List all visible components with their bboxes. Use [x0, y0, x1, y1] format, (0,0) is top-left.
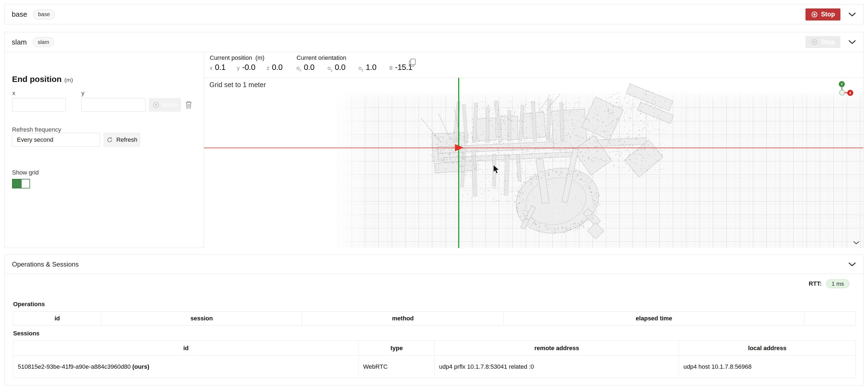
- col-elapsed-time: elapsed time: [504, 311, 804, 326]
- refresh-button-label: Refresh: [116, 136, 137, 143]
- session-local-cell: udp4 host 10.1.7.8:56968: [679, 356, 856, 378]
- col-method: method: [302, 311, 504, 326]
- slam-card-title: slam: [12, 38, 27, 47]
- delete-end-position-button[interactable]: [185, 100, 192, 109]
- sessions-table: id type remote address local address 510…: [13, 340, 856, 378]
- chevron-down-icon: [848, 12, 856, 17]
- operations-header-row: id session method elapsed time: [13, 311, 856, 326]
- slam-collapse-chevron[interactable]: [848, 39, 856, 44]
- pose-readout-row: Current position(m) x0.1 y-0.0 z0.0 Curr…: [204, 52, 863, 78]
- slam-map-viewport[interactable]: Grid set to 1 meter Y X: [204, 78, 863, 248]
- slam-stop-label: Stop: [821, 38, 835, 46]
- col-id: id: [13, 311, 101, 326]
- sessions-table-label: Sessions: [13, 330, 855, 337]
- slam-card-header: slam slam Stop: [5, 32, 863, 52]
- position-y-value: -0.0: [242, 63, 255, 72]
- show-grid-label: Show grid: [12, 169, 39, 176]
- col-type: type: [359, 341, 435, 356]
- map-x-axis-line: [204, 148, 863, 148]
- axes-gizmo[interactable]: Y X: [835, 80, 856, 100]
- refresh-frequency-select[interactable]: Every second: [12, 133, 100, 147]
- grid-scale-note: Grid set to 1 meter: [210, 81, 266, 89]
- refresh-frequency-value: Every second: [17, 136, 53, 143]
- rtt-row: RTT: 1 ms: [13, 278, 855, 289]
- slam-stop-button[interactable]: Stop: [805, 36, 840, 48]
- sessions-header-row: id type remote address local address: [13, 341, 856, 356]
- map-grid: [327, 90, 863, 248]
- session-type-cell: WebRTC: [359, 356, 435, 378]
- rtt-label: RTT:: [809, 280, 822, 287]
- col-session: session: [101, 311, 302, 326]
- base-card-header: base base Stop: [5, 4, 863, 24]
- svg-text:X: X: [849, 91, 851, 95]
- end-position-heading: End position(m): [12, 74, 73, 84]
- toggle-knob: [21, 179, 30, 188]
- copy-pose-button[interactable]: [408, 58, 416, 67]
- operations-collapse-chevron[interactable]: [848, 262, 856, 267]
- map-y-axis-line: [458, 78, 459, 248]
- trash-icon: [185, 100, 192, 109]
- end-position-y-input[interactable]: [81, 98, 146, 112]
- chevron-down-icon: [848, 39, 856, 44]
- x-field-label: x: [12, 90, 15, 97]
- play-circle-icon: [152, 101, 159, 109]
- map-expand-chevron[interactable]: [853, 241, 860, 245]
- operations-sessions-header: Operations & Sessions: [5, 255, 863, 274]
- base-type-chip: base: [33, 9, 55, 20]
- orientation-ox-value: 0.0: [304, 63, 314, 72]
- refresh-frequency-label: Refresh frequency: [12, 126, 61, 133]
- operations-sessions-card: Operations & Sessions RTT: 1 ms Operatio…: [4, 254, 864, 386]
- refresh-button[interactable]: Refresh: [104, 133, 140, 147]
- stop-circle-icon: [811, 38, 818, 46]
- col-remote-address: remote address: [435, 341, 679, 356]
- slam-map-panel: Current position(m) x0.1 y-0.0 z0.0 Curr…: [204, 52, 863, 248]
- move-label: Move: [162, 101, 178, 109]
- operations-sessions-title: Operations & Sessions: [12, 261, 79, 268]
- end-position-title: End position: [12, 74, 62, 84]
- current-position-unit: (m): [255, 54, 264, 61]
- session-id-cell: 510815e2-93be-41f9-a90e-a884c3960d80(our…: [13, 356, 359, 378]
- slam-service-card: slam slam Stop: [4, 32, 864, 248]
- current-orientation-label: Current orientation: [297, 54, 346, 61]
- gizmo-center[interactable]: [840, 90, 845, 95]
- show-grid-toggle[interactable]: [12, 179, 30, 188]
- operations-table: id session method elapsed time: [13, 311, 856, 326]
- base-collapse-chevron[interactable]: [848, 12, 856, 17]
- copy-icon: [408, 58, 416, 67]
- rtt-badge: 1 ms: [826, 279, 849, 288]
- operations-table-label: Operations: [13, 301, 855, 308]
- svg-text:Y: Y: [841, 83, 843, 86]
- map-grid-fade: [327, 78, 368, 248]
- base-stop-label: Stop: [821, 11, 835, 18]
- end-position-x-input[interactable]: [12, 98, 66, 112]
- end-position-unit: (m): [64, 77, 73, 83]
- y-field-label: y: [81, 90, 84, 97]
- col-local-address: local address: [679, 341, 856, 356]
- slam-type-chip: slam: [33, 37, 54, 47]
- position-z-value: 0.0: [272, 63, 283, 72]
- current-position-label: Current position: [210, 54, 252, 61]
- col-id: id: [13, 341, 359, 356]
- orientation-oy-value: 0.0: [335, 63, 345, 72]
- current-orientation-block: Current orientation ox0.0 oy0.0 oz1.0 θ-…: [297, 54, 412, 72]
- slam-controls-panel: End position(m) x y Move Refresh: [5, 52, 204, 248]
- session-remote-cell: udp4 prflx 10.1.7.8:53041 related :0: [435, 356, 679, 378]
- col-actions: [804, 311, 856, 326]
- session-row: 510815e2-93be-41f9-a90e-a884c3960d80(our…: [13, 356, 856, 378]
- orientation-oz-value: 1.0: [366, 63, 376, 72]
- current-position-block: Current position(m) x0.1 y-0.0 z0.0: [210, 54, 283, 72]
- base-component-card: base base Stop: [4, 4, 864, 24]
- position-x-value: 0.1: [215, 63, 225, 72]
- stop-circle-icon: [811, 11, 818, 18]
- robot-control-page: base base Stop slam: [0, 0, 868, 390]
- chevron-down-icon: [853, 241, 860, 245]
- base-card-title: base: [12, 10, 27, 19]
- move-button[interactable]: Move: [149, 98, 181, 112]
- base-stop-button[interactable]: Stop: [805, 8, 840, 21]
- refresh-icon: [106, 137, 113, 143]
- map-grid-fade: [327, 90, 863, 102]
- chevron-down-icon: [848, 262, 856, 267]
